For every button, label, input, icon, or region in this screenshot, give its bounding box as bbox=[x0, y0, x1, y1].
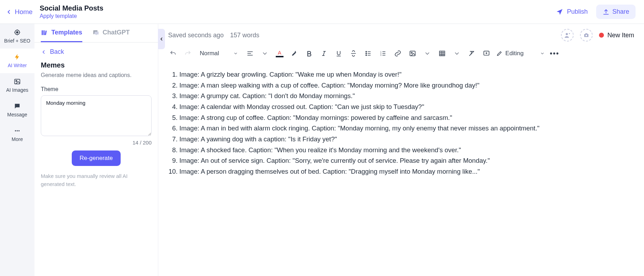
bold-button[interactable] bbox=[304, 49, 314, 58]
theme-input[interactable] bbox=[41, 95, 152, 136]
tab-templates-label: Templates bbox=[51, 29, 82, 36]
chevron-down-icon bbox=[261, 50, 268, 57]
image-icon bbox=[409, 50, 416, 57]
svg-point-1 bbox=[17, 32, 18, 33]
list-item-text: Image: A grumpy cat. Caption: "I don't d… bbox=[179, 92, 355, 100]
sidenav-label: AI Images bbox=[6, 87, 28, 93]
table-more-button[interactable] bbox=[452, 49, 462, 58]
user-plus-icon bbox=[564, 32, 570, 38]
numbered-list-icon: 123 bbox=[380, 50, 387, 57]
svg-point-3 bbox=[16, 81, 17, 82]
bullet-list-icon bbox=[365, 50, 372, 57]
list-item-text: Image: A man in bed with alarm clock rin… bbox=[179, 124, 540, 132]
books-icon bbox=[41, 29, 48, 36]
strikethrough-icon bbox=[350, 50, 357, 57]
svg-text:3: 3 bbox=[380, 54, 381, 56]
ellipsis-icon bbox=[14, 127, 21, 134]
sidenav-label: More bbox=[12, 136, 23, 142]
home-link[interactable]: Home bbox=[6, 8, 33, 16]
image-more-button[interactable] bbox=[422, 49, 432, 58]
sidenav-brief-seo[interactable]: Brief + SEO bbox=[0, 24, 34, 49]
redo-button[interactable] bbox=[183, 49, 193, 58]
back-link[interactable]: Back bbox=[41, 48, 64, 56]
svg-point-5 bbox=[17, 130, 18, 131]
list-item: Image: A yawning dog with a caption: "Is… bbox=[179, 134, 631, 145]
clear-format-button[interactable] bbox=[467, 49, 477, 58]
bullet-list-button[interactable] bbox=[363, 49, 373, 58]
list-item: Image: An out of service sign. Caption: … bbox=[179, 156, 631, 166]
numbered-list-button[interactable]: 123 bbox=[378, 49, 388, 58]
image-button[interactable] bbox=[408, 49, 417, 58]
document-body[interactable]: Image: A grizzly bear growling. Caption:… bbox=[158, 63, 644, 184]
saved-status: Saved seconds ago bbox=[168, 32, 224, 39]
svg-point-14 bbox=[366, 55, 367, 56]
highlighter-icon bbox=[291, 50, 298, 57]
paragraph-format-select[interactable]: Normal bbox=[198, 50, 240, 57]
message-icon bbox=[14, 103, 21, 110]
theme-label: Theme bbox=[41, 86, 152, 92]
comment-plus-icon bbox=[483, 50, 490, 57]
highlight-button[interactable] bbox=[289, 49, 299, 58]
sidenav-label: AI Writer bbox=[8, 63, 27, 68]
list-item: Image: A man in bed with alarm clock rin… bbox=[179, 123, 631, 134]
chevron-left-icon bbox=[159, 37, 164, 41]
align-button[interactable] bbox=[245, 49, 255, 58]
tab-chatgpt[interactable]: ChatGPT bbox=[92, 29, 130, 42]
sidenav-more[interactable]: More bbox=[0, 122, 34, 147]
strikethrough-button[interactable] bbox=[349, 49, 358, 58]
redo-icon bbox=[184, 50, 191, 57]
panel-heading: Memes bbox=[41, 61, 152, 69]
underline-button[interactable] bbox=[334, 49, 344, 58]
list-item: Image: A shocked face. Caption: "When yo… bbox=[179, 145, 631, 155]
editing-mode-select[interactable]: Editing bbox=[496, 50, 545, 57]
document-list: Image: A grizzly bear growling. Caption:… bbox=[171, 70, 631, 177]
sidenav-ai-writer[interactable]: AI Writer bbox=[0, 49, 34, 73]
undo-button[interactable] bbox=[168, 49, 178, 58]
target-icon bbox=[14, 29, 21, 36]
share-button[interactable]: Share bbox=[596, 5, 636, 19]
italic-button[interactable] bbox=[319, 49, 329, 58]
sidenav-message[interactable]: Message bbox=[0, 98, 34, 122]
list-item-text: Image: A calendar with Monday crossed ou… bbox=[179, 103, 424, 110]
send-icon bbox=[556, 8, 563, 16]
paragraph-format-label: Normal bbox=[200, 50, 219, 57]
new-item-button[interactable]: New Item bbox=[599, 32, 634, 39]
chevron-down-icon bbox=[540, 51, 545, 56]
table-icon bbox=[439, 50, 446, 57]
tab-templates[interactable]: Templates bbox=[41, 29, 82, 42]
toolbar-more-button[interactable]: ••• bbox=[550, 49, 560, 58]
add-media-button[interactable] bbox=[580, 29, 593, 41]
link-button[interactable] bbox=[393, 49, 403, 58]
share-label: Share bbox=[612, 8, 629, 15]
editor: Saved seconds ago 157 words New Item bbox=[158, 24, 644, 276]
clear-format-icon bbox=[468, 50, 475, 57]
collapse-panel-button[interactable] bbox=[158, 29, 165, 49]
top-header: Home Social Media Posts Apply template P… bbox=[0, 0, 644, 24]
svg-point-12 bbox=[366, 51, 367, 52]
editing-mode-label: Editing bbox=[505, 50, 524, 57]
tab-chatgpt-label: ChatGPT bbox=[103, 29, 130, 36]
italic-icon bbox=[320, 50, 327, 57]
editor-toolbar: Normal A bbox=[158, 46, 644, 63]
publish-button[interactable]: Publish bbox=[556, 8, 588, 16]
list-item-text: Image: An out of service sign. Caption: … bbox=[179, 157, 490, 164]
regenerate-button[interactable]: Re-generate bbox=[72, 150, 121, 166]
comment-button[interactable] bbox=[482, 49, 491, 58]
sidenav-ai-images[interactable]: AI Images bbox=[0, 73, 34, 98]
word-count: 157 words bbox=[230, 32, 259, 39]
table-button[interactable] bbox=[437, 49, 447, 58]
list-item: Image: A man sleep walking with a cup of… bbox=[179, 81, 631, 91]
svg-rect-2 bbox=[15, 79, 20, 84]
list-item-text: Image: A person dragging themselves out … bbox=[179, 168, 480, 175]
title-block: Social Media Posts Apply template bbox=[40, 4, 103, 19]
editor-status: Saved seconds ago 157 words New Item bbox=[158, 24, 644, 46]
list-item-text: Image: A grizzly bear growling. Caption:… bbox=[179, 71, 401, 78]
align-more-button[interactable] bbox=[260, 49, 270, 58]
new-item-label: New Item bbox=[607, 32, 634, 39]
top-header-left: Home Social Media Posts Apply template bbox=[6, 4, 103, 19]
add-collaborator-button[interactable] bbox=[561, 29, 574, 41]
svg-point-13 bbox=[366, 53, 367, 54]
upload-icon bbox=[602, 8, 610, 15]
apply-template-link[interactable]: Apply template bbox=[40, 13, 103, 19]
text-color-button[interactable]: A bbox=[275, 49, 285, 58]
